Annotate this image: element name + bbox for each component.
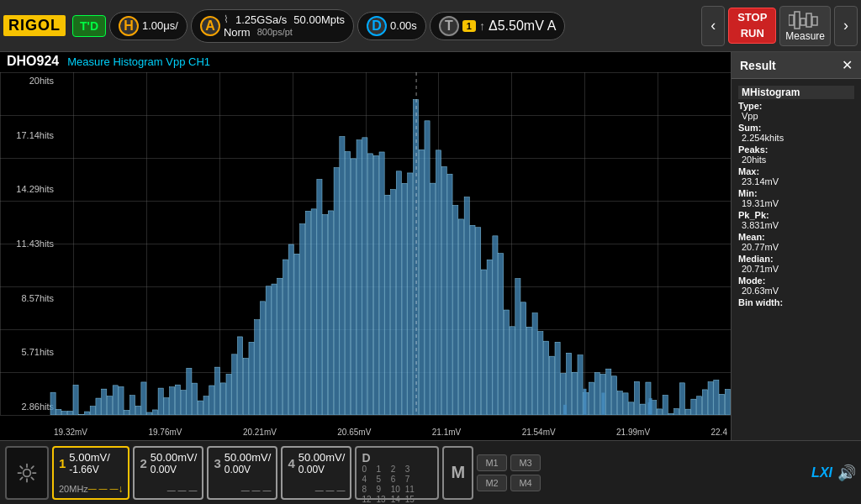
d-letter[interactable]: D	[367, 16, 387, 36]
ch2-block[interactable]: 2 50.00mV/ 0.00V — — —	[133, 446, 203, 500]
a-letter[interactable]: A	[200, 16, 220, 36]
scope-display[interactable]: DHO924 Measure Histogram Vpp CH1 20hits1…	[0, 52, 731, 440]
bottom-toolbar: 1 5.00mV/ -1.66V 20MHz — — — ↓ 2 50.00mV…	[0, 440, 861, 504]
a-resolution: 800ps/pt	[257, 27, 293, 37]
result-item: Sum:2.254khits	[738, 123, 854, 143]
result-item-key: Min:	[738, 188, 854, 198]
a-sample-rate: 1.25GSa/s	[235, 13, 287, 26]
result-item-key: Sum:	[738, 123, 854, 133]
result-item: Type:Vpp	[738, 101, 854, 121]
svg-rect-2	[800, 18, 806, 25]
h-value: 1.00μs/	[142, 19, 178, 32]
m-block[interactable]: M	[442, 446, 473, 500]
d-label: D	[362, 451, 432, 465]
d-block[interactable]: D 04812 15913 261014 371115	[355, 446, 439, 500]
h-group[interactable]: H 1.00μs/	[109, 12, 188, 40]
m3-button[interactable]: M3	[510, 454, 541, 471]
d-col-0: 04812	[362, 465, 371, 504]
t-badge: 1	[462, 20, 476, 32]
ch3-block[interactable]: 3 50.00mV/ 0.00V — — —	[207, 446, 277, 500]
ch1-bandwidth: 20MHz	[59, 484, 88, 494]
scope-model-title: DHO924	[7, 54, 59, 69]
result-item-value: 3.831mV	[738, 220, 854, 230]
speaker-icon: 🔊	[837, 464, 856, 482]
x-axis-label: 22.4	[711, 428, 727, 437]
x-axis-label: 20.65mV	[337, 428, 371, 437]
x-axis-labels: 19.32mV19.76mV20.21mV20.65mV21.1mV21.54m…	[50, 428, 731, 437]
measure-waveform-icon	[789, 10, 822, 30]
result-item-key: Mean:	[738, 232, 854, 242]
lxi-label: LXI	[811, 465, 832, 480]
trigger-group[interactable]: T 1 ↑ Δ5.50mV A	[430, 12, 566, 40]
a-mem: 50.00Mpts	[293, 13, 345, 26]
t-letter[interactable]: T	[439, 16, 459, 36]
ch1-offset: -1.66V	[69, 464, 109, 475]
m4-button[interactable]: M4	[510, 475, 541, 491]
d-group[interactable]: D 0.00s	[357, 12, 426, 40]
result-item: Max:23.14mV	[738, 166, 854, 186]
a-group[interactable]: A ⌇ 1.25GSa/s 50.00Mpts Norm 800ps/pt	[191, 9, 354, 43]
result-item: Mean:20.77mV	[738, 232, 854, 252]
ch2-number: 2	[140, 456, 146, 470]
ch1-dots: — — —	[88, 484, 119, 493]
ch2-scale: 50.00mV/	[151, 451, 198, 464]
result-panel: Result ✕ MHistogram Type:VppSum:2.254khi…	[731, 52, 861, 440]
ch1-scale: 5.00mV/	[69, 451, 109, 464]
m1-button[interactable]: M1	[477, 454, 507, 471]
result-item-key: Type:	[738, 101, 854, 111]
settings-button[interactable]	[5, 446, 49, 500]
d-col-1: 15913	[377, 465, 386, 504]
result-item-key: Peaks:	[738, 144, 854, 155]
nav-left-arrow[interactable]: ‹	[701, 6, 725, 46]
t-delta: Δ5.50mV	[489, 18, 544, 34]
result-section-title: MHistogram	[738, 86, 854, 99]
td-badge[interactable]: T'D	[72, 15, 106, 37]
m-buttons: M1 M3 M2 M4	[477, 454, 541, 491]
scope-measure-label: Measure Histogram Vpp CH1	[67, 55, 210, 68]
result-item-value: 2.254khits	[738, 133, 854, 143]
result-item: Min:19.31mV	[738, 188, 854, 208]
result-item-key: Pk_Pk:	[738, 210, 854, 220]
ch4-dots: — — —	[315, 486, 346, 495]
a-mode: Norm	[224, 26, 251, 39]
result-item-value: 20hits	[738, 155, 854, 165]
stop-run-button[interactable]: STOP RUN	[728, 8, 776, 43]
d-value: 0.00s	[390, 19, 417, 32]
ch4-number: 4	[288, 456, 294, 470]
result-header: Result ✕	[732, 52, 861, 79]
result-item-key: Bin width:	[738, 297, 854, 307]
result-item: Median:20.71mV	[738, 254, 854, 274]
h-letter[interactable]: H	[119, 16, 139, 36]
result-item: Pk_Pk:3.831mV	[738, 210, 854, 230]
measure-button[interactable]: Measure	[779, 6, 831, 46]
top-toolbar: RIGOL T'D H 1.00μs/ A ⌇ 1.25GSa/s 50.00M…	[0, 0, 861, 52]
gear-icon	[15, 461, 39, 485]
m2-button[interactable]: M2	[477, 475, 507, 491]
svg-rect-1	[795, 12, 800, 29]
rigol-logo: RIGOL	[3, 15, 66, 36]
ch4-block[interactable]: 4 50.00mV/ 0.00V — — —	[281, 446, 351, 500]
x-axis-label: 21.1mV	[432, 428, 461, 437]
ch2-offset: 0.00V	[151, 464, 198, 475]
d-col-2: 261014	[391, 465, 400, 504]
histogram-chart	[0, 72, 731, 415]
ch1-block[interactable]: 1 5.00mV/ -1.66V 20MHz — — — ↓	[52, 446, 129, 500]
ch2-dots: — — —	[167, 486, 198, 495]
result-rows: Type:VppSum:2.254khitsPeaks:20hitsMax:23…	[738, 101, 854, 307]
result-item-value: 20.77mV	[738, 242, 854, 252]
m-label: M	[451, 463, 465, 482]
ch4-offset: 0.00V	[298, 464, 346, 475]
ch3-scale: 50.00mV/	[224, 451, 272, 464]
result-item-value: Vpp	[738, 111, 854, 121]
grid-line-horizontal	[0, 415, 731, 416]
result-item-value: 23.14mV	[738, 176, 854, 186]
d-numbers: 04812 15913 261014 371115	[362, 465, 432, 504]
x-axis-label: 20.21mV	[243, 428, 277, 437]
result-close-button[interactable]: ✕	[842, 57, 853, 73]
ch3-offset: 0.00V	[224, 464, 272, 475]
t-arrow: ↑	[479, 19, 485, 33]
svg-rect-4	[812, 17, 817, 25]
result-content: MHistogram Type:VppSum:2.254khitsPeaks:2…	[732, 79, 861, 440]
x-axis-label: 21.54mV	[522, 428, 556, 437]
nav-right-arrow[interactable]: ›	[834, 6, 858, 46]
